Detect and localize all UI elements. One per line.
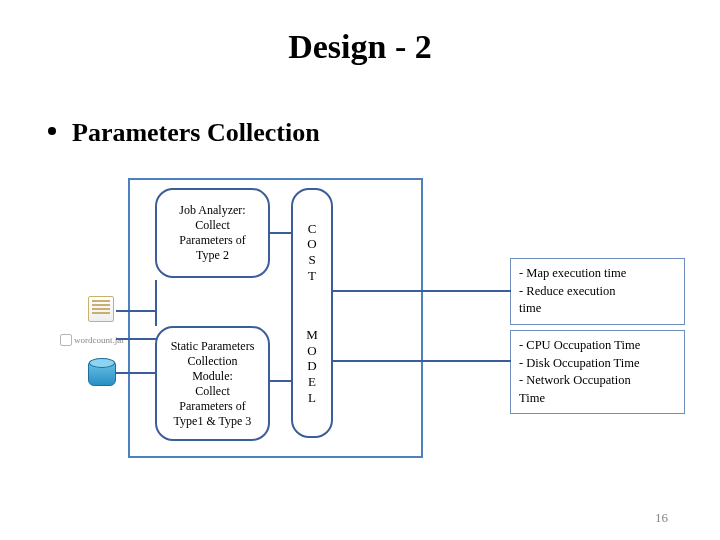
connector xyxy=(270,232,292,234)
database-icon xyxy=(88,360,116,386)
connector xyxy=(333,290,511,292)
output-occ-text: - CPU Occupation Time - Disk Occupation … xyxy=(519,338,640,405)
static-collector-text: Static Parameters Collection Module: Col… xyxy=(171,339,255,429)
slide: Design - 2 Parameters Collection wordcou… xyxy=(0,0,720,540)
jar-text: wordcount.jar xyxy=(74,335,124,345)
model-label: M O D E L xyxy=(306,327,318,405)
page-number: 16 xyxy=(655,510,668,526)
bullet-dot-icon xyxy=(48,127,56,135)
connector xyxy=(333,360,511,362)
job-analyzer-text: Job Analyzer: Collect Parameters of Type… xyxy=(179,203,245,263)
bullet-item: Parameters Collection xyxy=(48,118,320,148)
connector xyxy=(155,280,157,326)
cost-label: C O S T xyxy=(307,221,316,283)
output-exec-times: - Map execution time - Reduce execution … xyxy=(510,258,685,325)
job-analyzer-node: Job Analyzer: Collect Parameters of Type… xyxy=(155,188,270,278)
cost-model-node: C O S T M O D E L xyxy=(291,188,333,438)
output-occupation-times: - CPU Occupation Time - Disk Occupation … xyxy=(510,330,685,414)
worksheet-icon xyxy=(88,296,114,322)
connector xyxy=(270,380,292,382)
connector xyxy=(116,338,156,340)
slide-title: Design - 2 xyxy=(0,28,720,66)
output-exec-text: - Map execution time - Reduce execution … xyxy=(519,266,626,315)
jar-file-label: wordcount.jar xyxy=(60,332,136,348)
static-collector-node: Static Parameters Collection Module: Col… xyxy=(155,326,270,441)
connector xyxy=(116,372,156,374)
jar-icon xyxy=(60,334,72,346)
connector xyxy=(116,310,156,312)
bullet-text: Parameters Collection xyxy=(72,118,320,147)
